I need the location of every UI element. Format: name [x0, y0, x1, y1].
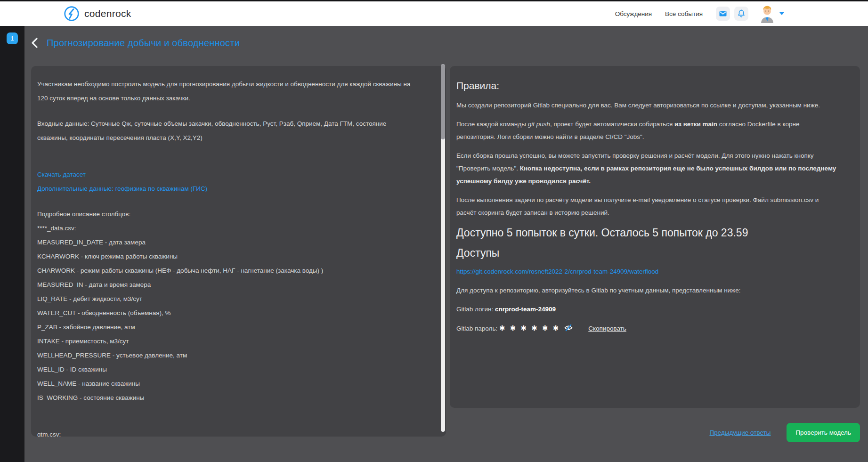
rules-text: После выполнения задачи по расчёту модел…	[456, 196, 819, 216]
rules-text-italic: git push	[528, 121, 550, 128]
repo-link[interactable]: https://git.codenrock.com/rosneft2022-2/…	[456, 268, 658, 275]
rules-heading: Правила:	[456, 80, 840, 91]
task-text-line: INTAKE - приемистость, м3/сут	[37, 334, 418, 349]
top-accent-bar	[0, 0, 868, 1]
scrollbar-track[interactable]	[441, 64, 445, 432]
chevron-down-icon	[779, 12, 784, 15]
task-spacer	[37, 145, 418, 156]
task-spacer	[37, 196, 418, 207]
rules-paragraph: После каждой команды git push, проект бу…	[456, 118, 840, 143]
sidebar: 1	[0, 26, 24, 462]
rules-panel: Правила: Мы создали репозиторий Gitlab с…	[450, 66, 860, 408]
task-text-line: WELL_ID - ID скважины	[37, 363, 418, 377]
task-spacer	[37, 105, 418, 117]
task-spacer	[37, 405, 418, 416]
task-text-line: Входные данные: Суточные Qж, суточные об…	[37, 117, 418, 145]
gis-data-link[interactable]: Дополнительные данные: геофизика по сква…	[37, 182, 418, 196]
brand-logo[interactable]: codenrock	[64, 6, 131, 22]
notifications-button[interactable]	[734, 7, 748, 21]
rules-text: Мы создали репозиторий Gitlab специально…	[456, 102, 820, 109]
rules-paragraph: Мы создали репозиторий Gitlab специально…	[456, 99, 840, 112]
gitlab-password-masked: ✱ ✱ ✱ ✱ ✱ ✱	[499, 324, 560, 332]
attempts-heading: Доступно 5 попыток в сутки. Осталось 5 п…	[456, 227, 840, 239]
gitlab-login-value: cnrprod-team-24909	[495, 306, 556, 313]
footer-actions: Предыдущие ответы Проверить модель	[709, 423, 860, 442]
rules-paragraph: Если сборка прошла успешно, вы можете за…	[456, 149, 840, 187]
scrollbar-thumb[interactable]	[441, 64, 445, 139]
title-row: Прогнозирование добычи и обводненности	[31, 37, 240, 49]
previous-answers-link[interactable]: Предыдущие ответы	[709, 429, 771, 436]
back-button[interactable]	[31, 37, 38, 49]
task-text-line: WELL_NAME - название скважины	[37, 377, 418, 391]
gitlab-password-label: Gitlab пароль:	[456, 325, 499, 332]
event-badge[interactable]: 1	[7, 32, 18, 44]
access-instruction: Для доступа к репозиторию, авторизуйтесь…	[456, 284, 840, 297]
gitlab-password-row: Gitlab пароль: ✱ ✱ ✱ ✱ ✱ ✱Скопировать	[456, 322, 840, 335]
rules-paragraph: После выполнения задачи по расчёту модел…	[456, 194, 840, 219]
copy-password-link[interactable]: Скопировать	[588, 325, 626, 332]
avatar	[758, 4, 776, 23]
task-text-line: WELLHEAD_PRESSURE - устьевое давление, а…	[37, 349, 418, 363]
nav-link-discussions[interactable]: Обсуждения	[615, 10, 652, 17]
task-description-panel: Участникам необходимо построить модель д…	[31, 66, 446, 437]
task-spacer	[37, 416, 418, 428]
header: codenrock Обсуждения Все события	[0, 1, 868, 26]
repo-link-row: https://git.codenrock.com/rosneft2022-2/…	[456, 265, 840, 278]
check-model-button[interactable]: Проверить модель	[787, 423, 860, 442]
task-text-line: Подробное описание столбцов:	[37, 207, 418, 221]
rules-text: , проект будет автоматически собираться	[550, 121, 674, 128]
task-text-line: P_ZAB - забойное давление, атм	[37, 320, 418, 334]
task-text-line: Участникам необходимо построить модель д…	[37, 77, 418, 105]
back-chevron-icon	[31, 37, 38, 49]
bell-icon	[734, 7, 748, 21]
show-password-icon[interactable]	[564, 323, 573, 332]
gitlab-login-label: Gitlab логин:	[456, 306, 495, 313]
task-text-line: MEASURED_IN_DATE - дата замера	[37, 235, 418, 250]
brand-name: codenrock	[84, 8, 131, 19]
task-text-line: KCHARWORK - ключ режима работы скважины	[37, 250, 418, 264]
main-content: Прогнозирование добычи и обводненности У…	[24, 26, 868, 462]
rules-text-bold: из ветки main	[674, 121, 717, 128]
header-right: Обсуждения Все события	[615, 1, 784, 26]
rules-text: После каждой команды	[456, 121, 528, 128]
user-menu[interactable]	[758, 4, 784, 23]
task-spacer	[37, 156, 418, 168]
codenrock-logo-icon	[64, 6, 80, 22]
task-text-line: IS_WORKING - состояние скважины	[37, 391, 418, 405]
download-dataset-link[interactable]: Скачать датасет	[37, 168, 418, 182]
page-title: Прогнозирование добычи и обводненности	[47, 38, 240, 49]
gitlab-login-row: Gitlab логин: cnrprod-team-24909	[456, 303, 840, 316]
mail-icon	[716, 7, 730, 21]
task-text-line: LIQ_RATE - дебит жидкости, м3/сут	[37, 292, 418, 306]
task-text-line: WATER_CUT - обводненность (объемная), %	[37, 306, 418, 320]
task-text-line: gtm.csv:	[37, 428, 418, 437]
access-heading: Доступы	[456, 247, 840, 259]
task-content: Участникам необходимо построить модель д…	[37, 77, 418, 437]
messages-button[interactable]	[716, 7, 730, 21]
task-text-line: CHARWORK - режим работы скважины (НЕФ - …	[37, 264, 418, 278]
task-text-line: ****_data.csv:	[37, 221, 418, 235]
task-text-line: MEASURED_IN - дата и время замера	[37, 278, 418, 292]
nav-link-all-events[interactable]: Все события	[665, 10, 703, 17]
